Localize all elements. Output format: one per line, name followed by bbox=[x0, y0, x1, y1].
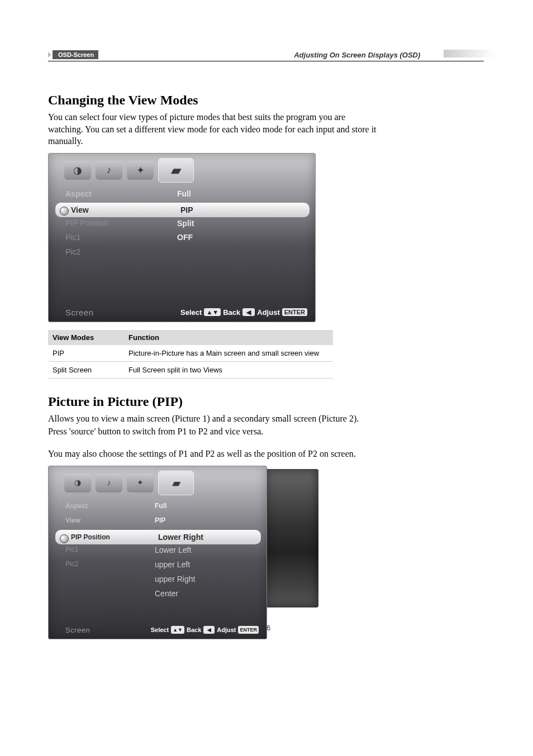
osd-opt-pip: PIP bbox=[180, 205, 193, 215]
table-row: PIP Picture-in-Picture has a Main screen… bbox=[48, 345, 333, 362]
osd-tab-screen-icon: ▰ bbox=[158, 158, 194, 183]
th-function: Function bbox=[124, 330, 333, 345]
osd-row-aspect: Aspect Full bbox=[65, 188, 307, 203]
osd-view-options-rest: Split bbox=[177, 218, 194, 228]
osd2-label-pippos: PIP Position bbox=[59, 533, 158, 541]
header-section-title: Adjusting On Screen Displays (OSD) bbox=[98, 51, 482, 59]
osd-label-pippos: PIP Position bbox=[65, 218, 177, 227]
th-view-modes: View Modes bbox=[48, 330, 124, 345]
keycap2-left-icon: ◀ bbox=[203, 626, 215, 634]
osd-label-aspect: Aspect bbox=[65, 189, 177, 198]
osd2-footer-title: Screen bbox=[65, 626, 90, 634]
osd2-label-pic1: Pic1 bbox=[65, 546, 155, 553]
osd2-opt-lr: Lower Right bbox=[158, 533, 203, 542]
osd2-tab-audio-icon: ♪ bbox=[96, 473, 122, 492]
osd-screenshot-pip-position-wrap: ◑ ♪ ✦ ▰ Aspect Full View PIP PIP Positio… bbox=[48, 466, 315, 612]
osd2-opt-ur: upper Right bbox=[155, 575, 195, 583]
osd2-row-pic1: Pic1 Lower Left bbox=[65, 544, 259, 559]
paragraph-pip-3: You may also choose the settings of P1 a… bbox=[48, 448, 378, 460]
osd-label-pic2: Pic2 bbox=[65, 247, 177, 256]
hint2-back: Back bbox=[187, 626, 201, 633]
osd2-value-view: PIP bbox=[155, 516, 165, 524]
header-badge: OSD-Screen bbox=[53, 50, 98, 59]
hint-adjust: Adjust bbox=[257, 308, 279, 317]
osd-row-view-selected: View PIP bbox=[55, 203, 310, 217]
osd2-row-opt-ur: upper Right bbox=[65, 573, 259, 588]
keycap2-enter-icon: ENTER bbox=[238, 626, 259, 634]
osd-label-view: View bbox=[59, 205, 180, 214]
heading-pip: Picture in Picture (PIP) bbox=[48, 394, 482, 409]
osd-value-aspect: Full bbox=[177, 189, 191, 198]
osd-view-options: PIP bbox=[180, 205, 193, 215]
osd-footer: Screen Select ▲▼ Back ◀ Adjust ENTER bbox=[49, 304, 315, 322]
osd-footer-hints: Select ▲▼ Back ◀ Adjust ENTER bbox=[180, 308, 307, 317]
osd2-opt-center: Center bbox=[155, 589, 178, 598]
tv-preview-background bbox=[265, 469, 318, 607]
paragraph-pip-1: Allows you to view a main screen (Pictur… bbox=[48, 413, 378, 425]
td-func-split: Full Screen split in two Views bbox=[124, 361, 333, 378]
osd2-row-opt-center: Center bbox=[65, 588, 259, 602]
osd2-row-aspect: Aspect Full bbox=[65, 501, 259, 515]
table-row: Split Screen Full Screen split in two Vi… bbox=[48, 361, 333, 378]
hint2-adjust: Adjust bbox=[217, 626, 236, 633]
osd2-row-pic2: Pic2 upper Left bbox=[65, 559, 259, 573]
osd2-row-view: View PIP bbox=[65, 515, 259, 530]
osd2-opt-ll: Lower Left bbox=[155, 546, 191, 554]
osd-tab-picture-icon: ◑ bbox=[64, 161, 91, 180]
osd-row-pic2: Pic2 bbox=[65, 246, 307, 261]
paragraph-pip-2: Press 'source' button to switch from P1 … bbox=[48, 425, 378, 438]
osd-opt-split: Split bbox=[177, 218, 194, 228]
keycap-enter-icon: ENTER bbox=[282, 308, 307, 316]
osd-opt-off: OFF bbox=[177, 233, 193, 242]
view-modes-table: View Modes Function PIP Picture-in-Pictu… bbox=[48, 330, 333, 379]
osd2-label-aspect: Aspect bbox=[65, 502, 155, 510]
osd2-row-pippos-selected: PIP Position Lower Right bbox=[55, 530, 261, 544]
table-header-row: View Modes Function bbox=[48, 330, 333, 345]
osd-row-pip-position: PIP Position Split bbox=[65, 217, 307, 232]
td-func-pip: Picture-in-Picture has a Main screen and… bbox=[124, 345, 333, 362]
keycap-left-icon: ◀ bbox=[242, 308, 255, 316]
keycap2-updown-icon: ▲▼ bbox=[171, 626, 184, 634]
osd2-footer: Screen Select ▲▼ Back ◀ Adjust ENTER bbox=[49, 623, 266, 639]
keycap-updown-icon: ▲▼ bbox=[204, 308, 221, 316]
osd-tab-setup-icon: ✦ bbox=[127, 161, 154, 180]
header-underline bbox=[48, 61, 484, 61]
osd-screenshot-view: ◑ ♪ ✦ ▰ Aspect Full View PIP PIP Positio… bbox=[48, 153, 316, 322]
osd2-tabs: ◑ ♪ ✦ ▰ bbox=[49, 466, 266, 499]
osd2-label-pic2: Pic2 bbox=[65, 560, 155, 568]
osd2-tab-screen-icon: ▰ bbox=[158, 471, 194, 495]
osd-label-pic1: Pic1 bbox=[65, 233, 177, 242]
td-mode-split: Split Screen bbox=[48, 361, 124, 378]
osd2-tab-setup-icon: ✦ bbox=[127, 473, 154, 492]
osd2-footer-hints: Select ▲▼ Back ◀ Adjust ENTER bbox=[151, 626, 259, 634]
osd-screenshot-pip-position: ◑ ♪ ✦ ▰ Aspect Full View PIP PIP Positio… bbox=[48, 466, 267, 639]
osd-footer-title: Screen bbox=[65, 308, 94, 317]
osd-tabs: ◑ ♪ ✦ ▰ bbox=[49, 154, 315, 186]
osd2-opt-ul: upper Left bbox=[155, 560, 190, 569]
osd2-tab-picture-icon: ◑ bbox=[64, 473, 91, 492]
hint-select: Select bbox=[180, 308, 202, 317]
osd-row-pic1: Pic1 OFF bbox=[65, 232, 307, 246]
page-header: OSD-Screen Adjusting On Screen Displays … bbox=[48, 50, 482, 59]
osd2-label-view: View bbox=[65, 516, 155, 524]
osd-tab-audio-icon: ♪ bbox=[96, 161, 122, 180]
paragraph-view-modes: You can select four view types of pictur… bbox=[48, 111, 378, 147]
hint-back: Back bbox=[223, 308, 240, 317]
hint2-select: Select bbox=[151, 626, 169, 633]
heading-view-modes: Changing the View Modes bbox=[48, 93, 482, 108]
osd2-value-aspect: Full bbox=[155, 502, 166, 510]
td-mode-pip: PIP bbox=[48, 345, 124, 362]
